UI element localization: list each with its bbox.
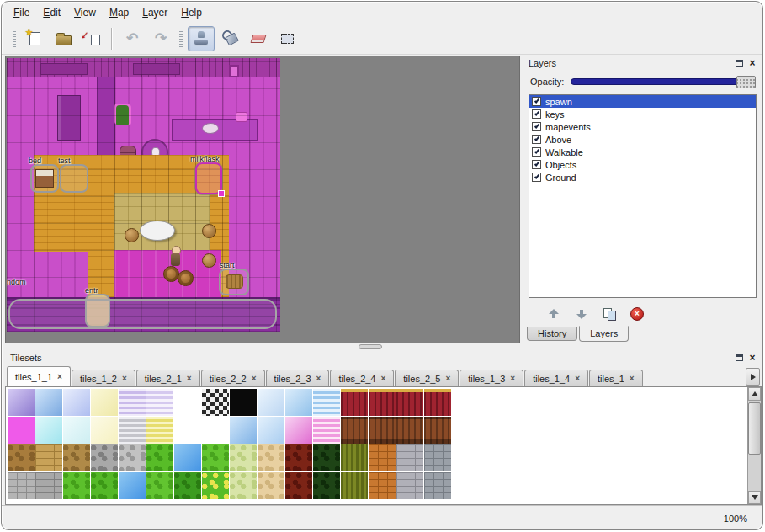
scrollbar-thumb[interactable] xyxy=(748,402,761,455)
dock-tab-history[interactable]: History xyxy=(527,327,577,341)
layer-visibility-checkbox[interactable] xyxy=(532,173,541,182)
tileset-tile[interactable] xyxy=(313,417,340,444)
menu-file[interactable]: File xyxy=(7,4,36,21)
map-object-start[interactable] xyxy=(219,269,249,295)
map-object-bed[interactable] xyxy=(30,164,59,193)
tileset-tile[interactable] xyxy=(63,444,90,471)
tileset-tile[interactable] xyxy=(285,444,312,471)
delete-layer-button[interactable]: × xyxy=(627,304,647,324)
tileset-tile[interactable] xyxy=(341,389,368,416)
close-layers-dock-button[interactable]: × xyxy=(746,57,758,69)
tileset-tile[interactable] xyxy=(396,472,423,499)
tileset-tile[interactable] xyxy=(8,444,35,471)
tileset-tile[interactable] xyxy=(396,417,423,444)
layer-visibility-checkbox[interactable] xyxy=(532,147,541,157)
toolbar-drag-handle[interactable] xyxy=(179,29,183,49)
tileset-tile[interactable] xyxy=(341,417,368,444)
tileset-tile[interactable] xyxy=(285,472,312,499)
layer-visibility-checkbox[interactable] xyxy=(532,160,541,169)
tileset-tile[interactable] xyxy=(341,444,368,471)
tileset-tile[interactable] xyxy=(35,389,62,416)
tileset-tile[interactable] xyxy=(369,444,396,471)
map-object-bottom-region[interactable] xyxy=(8,299,277,329)
tileset-tile[interactable] xyxy=(8,389,35,416)
tileset-tab[interactable]: tiles_2_4× xyxy=(330,370,394,386)
tileset-tile[interactable] xyxy=(119,444,146,471)
new-map-button[interactable]: ★ xyxy=(21,26,48,51)
rect-select-button[interactable] xyxy=(274,26,300,51)
tileset-tile[interactable] xyxy=(174,444,201,471)
layer-visibility-checkbox[interactable] xyxy=(532,97,541,106)
layer-row[interactable]: Objects xyxy=(529,158,756,171)
tileset-tile[interactable] xyxy=(396,389,423,416)
tileset-tab[interactable]: tiles_1_3× xyxy=(460,370,523,386)
tileset-tile[interactable] xyxy=(341,472,368,499)
layer-visibility-checkbox[interactable] xyxy=(532,135,541,144)
tileset-tile[interactable] xyxy=(119,472,146,499)
tileset-tab[interactable]: tiles_1_4× xyxy=(524,370,588,386)
menu-map[interactable]: Map xyxy=(103,4,135,21)
map-view[interactable]: bedtestmilkflaskstartentrrandom xyxy=(5,56,520,343)
tileset-tile[interactable] xyxy=(369,417,396,444)
tileset-scrollbar[interactable] xyxy=(747,387,761,504)
tileset-tile[interactable] xyxy=(230,389,257,416)
tileset-tab[interactable]: tiles_1× xyxy=(589,370,643,386)
scrollbar-track[interactable] xyxy=(748,401,761,491)
tileset-tile[interactable] xyxy=(174,472,201,499)
tileset-tile[interactable] xyxy=(396,444,423,471)
tileset-tab[interactable]: tiles_2_2× xyxy=(201,370,265,386)
layer-visibility-checkbox[interactable] xyxy=(532,122,541,131)
float-tilesets-dock-button[interactable] xyxy=(733,352,745,364)
map-object-test[interactable] xyxy=(60,164,88,193)
close-tab-icon[interactable]: × xyxy=(252,374,257,383)
tileset-tile[interactable] xyxy=(146,472,173,499)
tileset-tile[interactable] xyxy=(258,444,284,471)
scroll-up-button[interactable] xyxy=(748,387,761,401)
toolbar-drag-handle[interactable] xyxy=(13,29,16,49)
close-tab-icon[interactable]: × xyxy=(445,374,450,383)
tileset-tile[interactable] xyxy=(174,389,201,416)
close-tab-icon[interactable]: × xyxy=(575,374,580,383)
horizontal-splitter[interactable] xyxy=(5,343,762,350)
bucket-fill-button[interactable] xyxy=(216,26,243,51)
close-tab-icon[interactable]: × xyxy=(630,374,635,383)
save-map-button[interactable]: ↓ xyxy=(78,26,105,51)
tileset-tile[interactable] xyxy=(369,389,396,416)
tileset-tab[interactable]: tiles_2_1× xyxy=(136,370,200,386)
close-tab-icon[interactable]: × xyxy=(57,372,62,381)
tileset-tile[interactable] xyxy=(119,417,146,444)
tileset-tile[interactable] xyxy=(258,472,284,499)
tileset-tile[interactable] xyxy=(63,472,90,499)
splitter-grip[interactable] xyxy=(359,344,382,349)
tileset-tile[interactable] xyxy=(202,472,229,499)
dock-tab-layers[interactable]: Layers xyxy=(579,326,629,342)
tileset-tile[interactable] xyxy=(202,389,229,416)
tileset-tile[interactable] xyxy=(424,472,451,499)
layer-visibility-checkbox[interactable] xyxy=(532,109,541,119)
raise-layer-button[interactable] xyxy=(544,304,564,324)
map-object-handle[interactable] xyxy=(218,190,225,197)
layer-row[interactable]: keys xyxy=(529,108,756,120)
tileset-tab[interactable]: tiles_1_2× xyxy=(72,370,135,386)
layer-row[interactable]: Walkable xyxy=(529,146,756,158)
tileset-tile[interactable] xyxy=(63,389,90,416)
undo-button[interactable]: ↶ xyxy=(119,26,146,51)
layer-row[interactable]: Ground xyxy=(529,171,756,184)
close-tab-icon[interactable]: × xyxy=(510,374,515,383)
tileset-tile[interactable] xyxy=(230,417,257,444)
tileset-tab[interactable]: tiles_2_3× xyxy=(266,370,330,386)
stamp-brush-button[interactable] xyxy=(188,26,215,51)
tileset-tile[interactable] xyxy=(424,389,451,416)
tileset-tile[interactable] xyxy=(146,444,173,471)
open-map-button[interactable] xyxy=(50,26,77,51)
tileset-tile[interactable] xyxy=(285,417,312,444)
opacity-slider[interactable] xyxy=(571,78,755,85)
layer-list[interactable]: spawnkeysmapeventsAboveWalkableObjectsGr… xyxy=(529,94,757,298)
layer-row[interactable]: mapevents xyxy=(529,120,756,133)
tileset-tile[interactable] xyxy=(313,472,340,499)
menu-edit[interactable]: Edit xyxy=(36,4,67,21)
tileset-tile[interactable] xyxy=(91,389,118,416)
layer-row[interactable]: spawn xyxy=(529,95,756,108)
tileset-tile[interactable] xyxy=(91,417,118,444)
menu-layer[interactable]: Layer xyxy=(135,4,174,21)
